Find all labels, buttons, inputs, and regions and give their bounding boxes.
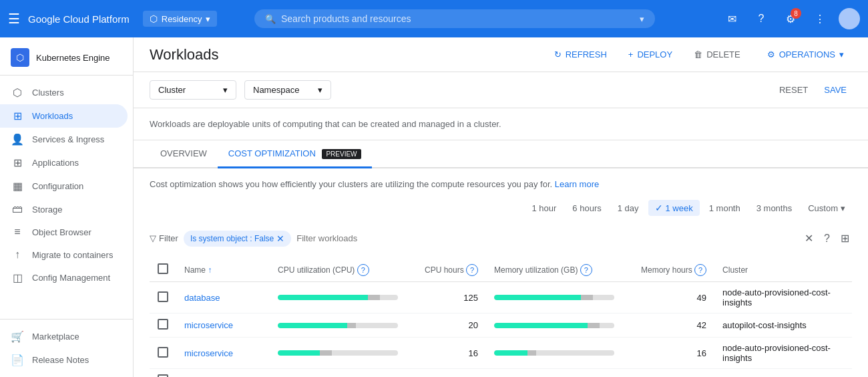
time-3mo-button[interactable]: 3 months <box>750 201 799 216</box>
clear-filter-icon[interactable]: ✕ <box>802 229 816 247</box>
checkmark-icon: ✓ <box>655 203 663 213</box>
row-name-3[interactable]: static-web-1 <box>176 369 270 378</box>
namespace-label: Namespace <box>253 85 299 95</box>
learn-more-link[interactable]: Learn more <box>555 179 599 189</box>
refresh-icon: ↻ <box>554 49 562 59</box>
row-mem-util-2 <box>486 338 633 369</box>
row-cpu-hours-2: 16 <box>417 338 486 369</box>
sidebar-item-clusters[interactable]: ⬡ Clusters <box>0 81 128 104</box>
row-cpu-util-1 <box>270 313 417 338</box>
delete-icon: 🗑 <box>694 49 702 59</box>
row-cluster-2: node-auto-provisioned-cost-insights <box>714 338 852 369</box>
sidebar-nav: ⬡ Clusters ⊞ Workloads 👤 Services & Ingr… <box>0 76 133 319</box>
sidebar: ⬡ Kubernetes Engine ⬡ Clusters ⊞ Workloa… <box>0 37 134 377</box>
filter-workloads-input[interactable] <box>296 233 797 243</box>
cpu-hours-help-icon[interactable]: ? <box>466 264 478 276</box>
filter-label: ▽ Filter <box>150 233 178 243</box>
time-range-selector: 1 hour 6 hours 1 day ✓ 1 week 1 month 3 … <box>150 200 852 216</box>
row-mem-hours-3: 168 <box>633 369 714 378</box>
main-content: Workloads ↻ REFRESH + DEPLOY 🗑 DELETE ⚙ … <box>134 37 868 377</box>
sidebar-item-config-mgmt[interactable]: ◫ Config Management <box>0 266 128 289</box>
cluster-dropdown[interactable]: Cluster ▾ <box>150 80 236 100</box>
applications-icon: ⊞ <box>11 156 24 169</box>
table-row: static-web-1 39 168 autopilot-cost-insig… <box>150 369 852 378</box>
sidebar-item-object-browser[interactable]: ≡ Object Browser <box>0 221 128 243</box>
row-mem-util-1 <box>486 313 633 338</box>
time-6h-button[interactable]: 6 hours <box>566 201 608 216</box>
row-checkbox-1[interactable] <box>158 319 168 330</box>
search-bar[interactable]: 🔍 ▾ <box>254 9 655 28</box>
row-name-1[interactable]: microservice <box>176 313 270 338</box>
row-checkbox-0[interactable] <box>158 291 168 302</box>
reset-button[interactable]: RESET <box>774 81 813 99</box>
row-checkbox-cell <box>150 338 176 369</box>
mem-hours-help-icon[interactable]: ? <box>694 264 706 276</box>
notification-icon[interactable]: ⚙ 8 <box>780 8 801 29</box>
sidebar-item-release-notes[interactable]: 📄 Release Notes <box>0 348 128 372</box>
tab-overview[interactable]: OVERVIEW <box>150 140 218 168</box>
hamburger-icon[interactable]: ☰ <box>8 11 20 27</box>
row-checkbox-3[interactable] <box>158 374 168 377</box>
row-name-0[interactable]: database <box>176 282 270 313</box>
save-button[interactable]: SAVE <box>819 81 852 99</box>
deploy-button[interactable]: + DEPLOY <box>620 45 680 64</box>
description: Workloads are deployable units of comput… <box>134 108 868 140</box>
avatar[interactable] <box>839 8 860 29</box>
table-header: Name ↑ CPU utilization (CPU) ? CPU hours… <box>150 258 852 282</box>
help-icon[interactable]: ? <box>750 8 772 29</box>
description-text: Workloads are deployable units of comput… <box>150 119 501 129</box>
sidebar-item-storage[interactable]: 🗃 Storage <box>0 198 128 221</box>
sidebar-item-configuration[interactable]: ▦ Configuration <box>0 174 128 198</box>
sidebar-item-migrate[interactable]: ↑ Migrate to containers <box>0 243 128 266</box>
row-cpu-util-2 <box>270 338 417 369</box>
table-row: microservice 16 16 node-auto-provisioned… <box>150 338 852 369</box>
column-settings-icon[interactable]: ⊞ <box>838 229 852 247</box>
search-icon: 🔍 <box>265 14 276 24</box>
refresh-button[interactable]: ↻ REFRESH <box>546 45 615 64</box>
project-selector[interactable]: ⬡ Residency ▾ <box>143 11 218 27</box>
tab-cost-optimization[interactable]: COST OPTIMIZATION PREVIEW <box>218 140 372 168</box>
migrate-icon: ↑ <box>11 249 24 261</box>
row-checkbox-cell <box>150 282 176 313</box>
search-input[interactable] <box>281 13 634 24</box>
mem-util-help-icon[interactable]: ? <box>580 264 592 276</box>
time-1d-button[interactable]: 1 day <box>611 201 646 216</box>
sidebar-item-marketplace[interactable]: 🛒 Marketplace <box>0 325 128 348</box>
table-filter-actions: ✕ ? ⊞ <box>802 229 852 247</box>
row-cpu-hours-0: 125 <box>417 282 486 313</box>
delete-button[interactable]: 🗑 DELETE <box>686 45 748 64</box>
header-checkbox-cell <box>150 258 176 282</box>
cluster-label: Cluster <box>158 85 186 95</box>
namespace-dropdown[interactable]: Namespace ▾ <box>244 80 331 100</box>
logo-text: Google Cloud Platform <box>28 13 130 25</box>
sidebar-label-workloads: Workloads <box>32 111 73 121</box>
row-mem-hours-0: 49 <box>633 282 714 313</box>
filter-chip-close-icon[interactable]: ✕ <box>276 233 284 244</box>
sidebar-item-services[interactable]: 👤 Services & Ingress <box>0 128 128 151</box>
project-icon: ⬡ <box>150 13 158 24</box>
cost-opt-section: Cost optimization shows you how efficien… <box>134 168 868 377</box>
sidebar-label-marketplace: Marketplace <box>32 332 79 342</box>
select-all-checkbox[interactable] <box>158 263 168 274</box>
email-icon[interactable]: ✉ <box>721 8 742 29</box>
sidebar-item-applications[interactable]: ⊞ Applications <box>0 151 128 174</box>
row-name-2[interactable]: microservice <box>176 338 270 369</box>
tabs: OVERVIEW COST OPTIMIZATION PREVIEW <box>134 140 868 168</box>
filter-chip-system-object[interactable]: Is system object : False ✕ <box>184 231 291 247</box>
row-checkbox-2[interactable] <box>158 347 168 358</box>
time-1w-button[interactable]: ✓ 1 week <box>648 200 700 216</box>
cpu-util-help-icon[interactable]: ? <box>357 264 369 276</box>
time-1h-button[interactable]: 1 hour <box>525 201 563 216</box>
sort-name-icon[interactable]: ↑ <box>208 265 212 275</box>
configuration-icon: ▦ <box>11 180 24 193</box>
row-mem-hours-2: 16 <box>633 338 714 369</box>
table-filter-bar: ▽ Filter Is system object : False ✕ ✕ ? … <box>150 224 852 253</box>
sidebar-item-workloads[interactable]: ⊞ Workloads <box>0 104 128 128</box>
row-cluster-0: node-auto-provisioned-cost-insights <box>714 282 852 313</box>
more-icon[interactable]: ⋮ <box>809 8 831 29</box>
sidebar-label-object-browser: Object Browser <box>32 227 91 237</box>
time-custom-button[interactable]: Custom ▾ <box>801 201 852 216</box>
time-1mo-button[interactable]: 1 month <box>702 201 747 216</box>
filter-help-icon[interactable]: ? <box>821 230 833 247</box>
operations-button[interactable]: ⚙ OPERATIONS ▾ <box>759 45 852 64</box>
